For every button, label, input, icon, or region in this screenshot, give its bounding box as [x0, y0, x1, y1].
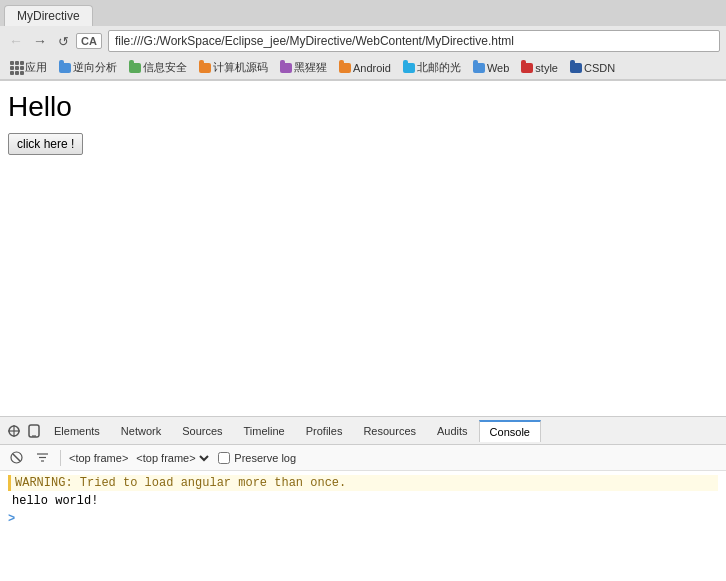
folder-icon	[129, 62, 141, 74]
devtools-tab-console[interactable]: Console	[479, 420, 541, 442]
devtools-filter-icon[interactable]	[32, 448, 52, 468]
bookmark-label: 逆向分析	[73, 60, 117, 75]
folder-icon	[280, 62, 292, 74]
folder-icon	[521, 62, 533, 74]
folder-icon	[339, 62, 351, 74]
devtools-console: WARNING: Tried to load angular more than…	[0, 471, 726, 581]
bookmarks-bar: 应用 逆向分析 信息安全 计算机源码 黑猩猩 Android 北邮的光 We	[0, 56, 726, 80]
svg-line-6	[13, 454, 20, 461]
browser-chrome: MyDirective ← → ↺ CA 应用 逆向分析 信息	[0, 0, 726, 81]
address-input[interactable]	[108, 30, 720, 52]
console-prompt: >	[8, 511, 718, 527]
bookmark-item[interactable]: Web	[468, 61, 514, 75]
apps-icon	[11, 62, 23, 74]
folder-icon	[403, 62, 415, 74]
bookmark-item[interactable]: style	[516, 61, 563, 75]
devtools-tab-bar: Elements Network Sources Timeline Profil…	[0, 417, 726, 445]
devtools-toolbar: <top frame> <top frame> Preserve log	[0, 445, 726, 471]
devtools-mobile-icon[interactable]	[24, 421, 44, 441]
bookmark-label: Web	[487, 62, 509, 74]
click-here-button[interactable]: click here !	[8, 133, 83, 155]
folder-icon	[199, 62, 211, 74]
console-log-text: hello world!	[12, 494, 98, 508]
toolbar-separator	[60, 450, 61, 466]
devtools-tab-sources[interactable]: Sources	[172, 421, 233, 441]
bookmark-label: 信息安全	[143, 60, 187, 75]
bookmark-apps[interactable]: 应用	[6, 59, 52, 76]
bookmark-item[interactable]: Android	[334, 61, 396, 75]
devtools-tab-network[interactable]: Network	[111, 421, 172, 441]
bookmark-label: 黑猩猩	[294, 60, 327, 75]
folder-icon	[473, 62, 485, 74]
devtools-tab-audits[interactable]: Audits	[427, 421, 479, 441]
devtools-tab-elements[interactable]: Elements	[44, 421, 111, 441]
bookmark-label: CSDN	[584, 62, 615, 74]
console-prompt-arrow: >	[8, 512, 15, 526]
bookmark-item[interactable]: CSDN	[565, 61, 620, 75]
frame-selector-area: <top frame> <top frame>	[69, 451, 212, 465]
devtools-tab-resources[interactable]: Resources	[353, 421, 427, 441]
ca-badge: CA	[76, 33, 102, 49]
console-warning-message: WARNING: Tried to load angular more than…	[8, 475, 718, 491]
console-warning-text: WARNING: Tried to load angular more than…	[15, 476, 346, 490]
browser-tab[interactable]: MyDirective	[4, 5, 93, 26]
bookmark-label: 北邮的光	[417, 60, 461, 75]
folder-icon	[570, 62, 582, 74]
svg-rect-3	[29, 425, 39, 437]
page-heading: Hello	[8, 91, 718, 123]
frame-label: <top frame>	[69, 452, 128, 464]
forward-button[interactable]: →	[30, 31, 50, 51]
devtools-tab-profiles[interactable]: Profiles	[296, 421, 354, 441]
devtools-tab-timeline[interactable]: Timeline	[234, 421, 296, 441]
folder-icon	[59, 62, 71, 74]
bookmark-label: Android	[353, 62, 391, 74]
devtools-inspect-icon[interactable]	[4, 421, 24, 441]
bookmark-apps-label: 应用	[25, 60, 47, 75]
preserve-log-checkbox[interactable]	[218, 452, 230, 464]
bookmark-item[interactable]: 计算机源码	[194, 59, 273, 76]
bookmark-item[interactable]: 黑猩猩	[275, 59, 332, 76]
page-content: Hello click here !	[0, 81, 726, 417]
preserve-log-area: Preserve log	[218, 452, 296, 464]
frame-select[interactable]: <top frame>	[132, 451, 212, 465]
bookmark-item[interactable]: 信息安全	[124, 59, 192, 76]
bookmark-item[interactable]: 北邮的光	[398, 59, 466, 76]
reload-button[interactable]: ↺	[54, 32, 72, 50]
bookmark-item[interactable]: 逆向分析	[54, 59, 122, 76]
bookmark-label: 计算机源码	[213, 60, 268, 75]
preserve-log-label: Preserve log	[234, 452, 296, 464]
tab-bar: MyDirective	[0, 0, 726, 26]
address-bar-row: ← → ↺ CA	[0, 26, 726, 56]
bookmark-label: style	[535, 62, 558, 74]
devtools-clear-icon[interactable]	[6, 448, 26, 468]
console-log-message: hello world!	[8, 493, 718, 509]
devtools-panel: Elements Network Sources Timeline Profil…	[0, 416, 726, 581]
back-button[interactable]: ←	[6, 31, 26, 51]
